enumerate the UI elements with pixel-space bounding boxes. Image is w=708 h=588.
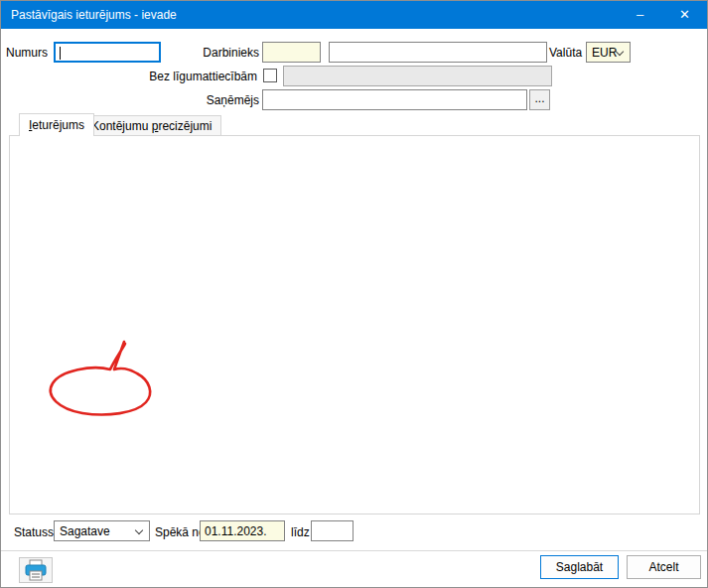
valuta-label: Valūta bbox=[549, 46, 582, 60]
tab-kontejumu-precizejumi[interactable]: Kontējumu precizējumi bbox=[81, 115, 221, 135]
sanemejs-label: Saņēmējs bbox=[160, 93, 259, 107]
numurs-input[interactable] bbox=[54, 42, 161, 63]
darbinieks-code-input[interactable] bbox=[262, 42, 321, 63]
bez-ligumattiecibam-checkbox[interactable] bbox=[263, 69, 277, 82]
text-caret bbox=[60, 47, 61, 60]
minimize-icon[interactable]: – bbox=[618, 1, 662, 29]
tab-panel bbox=[9, 135, 700, 514]
window-title: Pastāvīgais ieturējums - ievade bbox=[11, 8, 177, 22]
print-button[interactable] bbox=[19, 557, 53, 583]
dialog-pastavigais-ieturejums: Pastāvīgais ieturējums - ievade – ✕ Numu… bbox=[0, 0, 708, 588]
bez-ligumattiecibam-label: Bez līgumattiecībām bbox=[118, 70, 257, 83]
cancel-button[interactable]: Atcelt bbox=[627, 555, 701, 579]
lidz-label: līdz bbox=[291, 525, 310, 539]
save-button[interactable]: Saglabāt bbox=[540, 555, 619, 579]
darbinieks-name-input[interactable] bbox=[329, 42, 547, 63]
sanemejs-input[interactable] bbox=[262, 89, 527, 110]
sanemejs-browse-button[interactable]: ... bbox=[529, 89, 550, 110]
speka-no-label: Spēkā no bbox=[155, 525, 206, 539]
title-bar: Pastāvīgais ieturējums - ievade – ✕ bbox=[1, 1, 707, 29]
numurs-label: Numurs bbox=[1, 46, 48, 60]
close-icon[interactable]: ✕ bbox=[662, 1, 707, 29]
bez-ligumattiecibam-field bbox=[283, 66, 552, 86]
footer-separator bbox=[1, 550, 707, 551]
darbinieks-label: Darbinieks bbox=[160, 46, 259, 60]
lidz-input[interactable] bbox=[311, 520, 354, 541]
statuss-select[interactable]: Sagatave bbox=[54, 520, 150, 541]
statuss-label: Statuss bbox=[14, 525, 54, 539]
printer-icon bbox=[24, 559, 48, 581]
valuta-select[interactable]: EUR bbox=[586, 42, 631, 63]
speka-no-input[interactable]: 01.11.2023. bbox=[200, 520, 285, 541]
tab-ieturejums[interactable]: Ieturējums bbox=[19, 113, 94, 136]
